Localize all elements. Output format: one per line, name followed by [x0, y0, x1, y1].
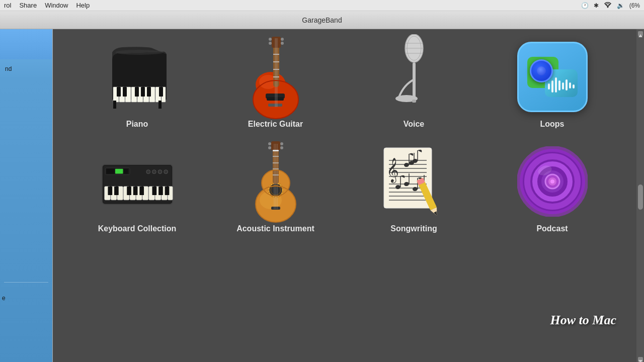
grid-item-electric-guitar[interactable]: Electric Guitar — [235, 39, 316, 129]
podcast-icon — [515, 144, 590, 219]
scroll-thumb[interactable] — [638, 185, 643, 210]
menu-item-window[interactable]: Window — [45, 2, 68, 9]
svg-rect-18 — [158, 101, 162, 109]
grid-row-1: Piano — [73, 39, 616, 129]
svg-rect-16 — [159, 87, 163, 97]
svg-text:𝄞: 𝄞 — [386, 158, 399, 184]
svg-point-94 — [268, 146, 271, 149]
grid-item-podcast[interactable]: Podcast — [512, 144, 593, 233]
voice-icon — [376, 39, 452, 115]
scrollbar[interactable] — [636, 29, 644, 362]
svg-rect-77 — [114, 187, 119, 195]
wifi-icon — [604, 1, 612, 10]
svg-rect-53 — [569, 82, 571, 88]
svg-rect-15 — [147, 87, 151, 97]
svg-point-25 — [269, 42, 272, 45]
scroll-down-arrow[interactable] — [638, 357, 643, 362]
songwriting-svg: 𝄞 — [379, 143, 449, 221]
battery-indicator: (6% — [629, 2, 640, 9]
menu-bar: rol Share Window Help 🕐 ✱ 🔉 (6% — [0, 0, 644, 11]
svg-point-145 — [550, 179, 554, 184]
bluetooth-icon: ✱ — [594, 2, 599, 9]
grid-item-songwriting[interactable]: 𝄞 — [374, 144, 454, 233]
svg-point-95 — [280, 142, 283, 145]
podcast-label: Podcast — [536, 224, 568, 233]
electric-guitar-icon — [238, 39, 313, 115]
title-bar: GarageBand — [0, 11, 644, 29]
menu-right-icons: 🕐 ✱ 🔉 (6% — [581, 1, 640, 10]
svg-point-27 — [281, 42, 284, 45]
svg-point-61 — [146, 170, 150, 174]
svg-rect-76 — [108, 187, 112, 195]
songwriting-icon: 𝄞 — [376, 144, 452, 219]
sidebar-text-nd: nd — [3, 64, 49, 73]
sidebar-separator — [4, 282, 48, 283]
svg-rect-46 — [412, 100, 416, 103]
svg-rect-48 — [551, 80, 553, 93]
grid-item-keyboard-collection[interactable]: Keyboard Collection — [97, 144, 178, 233]
svg-rect-12 — [123, 87, 127, 97]
sidebar-top — [0, 29, 52, 59]
grid-row-2: Keyboard Collection — [73, 144, 616, 233]
svg-rect-47 — [548, 83, 550, 89]
clock-icon: 🕐 — [581, 2, 589, 9]
electric-guitar-label: Electric Guitar — [248, 120, 303, 129]
scroll-up-arrow[interactable] — [638, 31, 643, 36]
svg-rect-58 — [106, 169, 114, 174]
acoustic-instrument-icon — [238, 144, 313, 219]
svg-rect-51 — [562, 82, 564, 89]
svg-point-24 — [269, 38, 272, 41]
svg-rect-78 — [127, 187, 131, 195]
svg-rect-79 — [133, 187, 137, 195]
svg-point-93 — [268, 142, 271, 145]
grid-item-voice[interactable]: Voice — [374, 39, 454, 129]
svg-point-62 — [152, 170, 156, 174]
svg-rect-50 — [558, 80, 560, 90]
acoustic-guitar-svg — [248, 139, 303, 224]
piano-icon — [100, 39, 175, 115]
keyboard-svg — [100, 154, 175, 209]
svg-point-63 — [158, 170, 162, 174]
menu-item-rol[interactable]: rol — [4, 2, 11, 9]
svg-point-64 — [164, 170, 168, 174]
svg-rect-60 — [124, 169, 128, 174]
voice-svg — [389, 34, 439, 120]
window-title: GarageBand — [302, 16, 342, 24]
menu-item-help[interactable]: Help — [76, 2, 90, 9]
volume-icon: 🔉 — [617, 2, 624, 9]
svg-rect-81 — [152, 187, 156, 195]
svg-marker-148 — [638, 360, 642, 362]
svg-rect-49 — [555, 77, 557, 93]
electric-guitar-svg — [243, 34, 308, 120]
svg-rect-83 — [165, 187, 169, 195]
sidebar: nd e — [0, 29, 53, 362]
piano-svg — [102, 44, 173, 110]
podcast-svg — [517, 146, 588, 217]
menu-item-share[interactable]: Share — [19, 2, 37, 9]
grid-area: Piano — [53, 29, 636, 362]
svg-point-1 — [115, 50, 164, 55]
svg-rect-17 — [113, 101, 116, 109]
svg-rect-80 — [139, 187, 144, 195]
voice-label: Voice — [404, 120, 425, 129]
loops-label: Loops — [540, 120, 565, 129]
svg-rect-54 — [573, 84, 575, 88]
svg-rect-14 — [141, 87, 145, 97]
main-window: GarageBand nd e — [0, 11, 644, 362]
svg-marker-147 — [638, 34, 642, 37]
keyboard-collection-icon — [100, 144, 175, 219]
svg-rect-44 — [413, 62, 416, 100]
content-area: nd e — [0, 29, 644, 362]
svg-rect-59 — [115, 169, 122, 174]
keyboard-collection-label: Keyboard Collection — [98, 224, 177, 233]
grid-item-loops[interactable]: Loops — [512, 39, 593, 129]
acoustic-instrument-label: Acoustic Instrument — [236, 224, 314, 233]
songwriting-label: Songwriting — [390, 224, 437, 233]
svg-point-26 — [281, 38, 284, 41]
loops-icon — [515, 39, 590, 115]
svg-rect-13 — [135, 87, 139, 97]
grid-item-piano[interactable]: Piano — [97, 39, 178, 129]
grid-item-acoustic-instrument[interactable]: Acoustic Instrument — [235, 144, 316, 233]
piano-label: Piano — [126, 120, 148, 129]
svg-rect-52 — [566, 79, 568, 90]
